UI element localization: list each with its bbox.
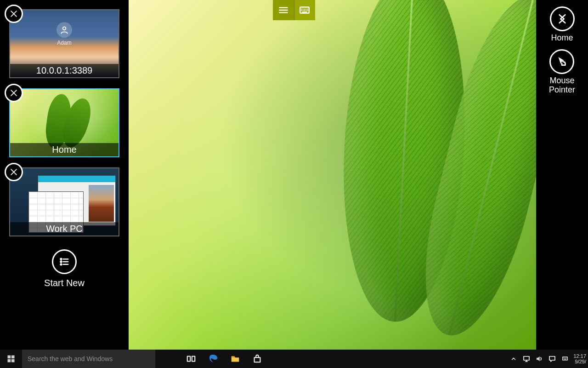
list-icon bbox=[52, 249, 77, 274]
close-session-button[interactable] bbox=[5, 84, 23, 102]
svg-point-2 bbox=[61, 261, 62, 263]
close-session-button[interactable] bbox=[5, 163, 23, 181]
svg-rect-7 bbox=[8, 359, 11, 362]
svg-rect-8 bbox=[11, 359, 15, 362]
session-user-label: Adam bbox=[10, 40, 119, 46]
svg-rect-9 bbox=[187, 356, 190, 362]
action-panel: Home Mouse Pointer bbox=[536, 0, 588, 350]
mouse-pointer-label: Mouse Pointer bbox=[549, 76, 575, 95]
search-placeholder: Search the web and Windows bbox=[28, 355, 113, 362]
tray-overflow-icon[interactable] bbox=[509, 354, 518, 363]
svg-rect-5 bbox=[8, 356, 11, 359]
taskbar: Search the web and Windows bbox=[0, 350, 588, 368]
system-tray bbox=[507, 350, 571, 368]
remote-desktop-viewport[interactable] bbox=[129, 0, 536, 350]
svg-point-0 bbox=[63, 27, 66, 30]
keyboard-toggle-button[interactable] bbox=[294, 0, 316, 20]
file-explorer-icon[interactable] bbox=[224, 350, 246, 368]
svg-point-1 bbox=[61, 259, 62, 260]
close-session-button[interactable] bbox=[5, 5, 23, 23]
svg-rect-10 bbox=[192, 356, 195, 362]
connection-bar bbox=[273, 0, 315, 20]
edge-app-icon[interactable] bbox=[202, 350, 224, 368]
session-label: Home bbox=[10, 143, 119, 156]
task-view-button[interactable] bbox=[180, 350, 202, 368]
session-label: Work PC bbox=[10, 222, 119, 236]
search-input[interactable]: Search the web and Windows bbox=[22, 350, 155, 368]
start-new-session-button[interactable]: Start New bbox=[9, 249, 119, 288]
store-app-icon[interactable] bbox=[246, 350, 268, 368]
svg-point-3 bbox=[61, 264, 62, 265]
session-thumb-10-0-0-1[interactable]: Adam 10.0.0.1:3389 bbox=[9, 9, 119, 78]
start-new-label: Start New bbox=[44, 278, 85, 288]
remote-desktop-icon bbox=[550, 6, 575, 31]
clock[interactable]: 12:17 9/29/ bbox=[571, 350, 588, 368]
svg-rect-12 bbox=[563, 357, 568, 360]
mouse-pointer-button[interactable]: Mouse Pointer bbox=[549, 49, 575, 95]
action-center-icon[interactable] bbox=[548, 354, 557, 363]
home-button[interactable]: Home bbox=[550, 6, 575, 43]
clock-date: 9/29/ bbox=[575, 359, 586, 364]
home-label: Home bbox=[551, 33, 573, 43]
input-indicator-icon[interactable] bbox=[560, 354, 570, 363]
session-thumb-home[interactable]: Home bbox=[9, 88, 119, 157]
volume-icon[interactable] bbox=[535, 354, 544, 363]
clock-time: 12:17 bbox=[573, 353, 586, 359]
start-button[interactable] bbox=[0, 350, 22, 368]
user-avatar-icon bbox=[57, 22, 72, 38]
session-thumb-work-pc[interactable]: Work PC bbox=[9, 167, 119, 236]
session-label: 10.0.0.1:3389 bbox=[10, 64, 119, 77]
session-switcher-panel: Adam 10.0.0.1:3389 Home Work PC bbox=[0, 0, 129, 350]
menu-toggle-button[interactable] bbox=[273, 0, 294, 20]
mouse-pointer-icon bbox=[549, 49, 574, 74]
network-icon[interactable] bbox=[522, 354, 531, 363]
svg-rect-6 bbox=[11, 356, 15, 359]
svg-rect-11 bbox=[524, 356, 529, 360]
